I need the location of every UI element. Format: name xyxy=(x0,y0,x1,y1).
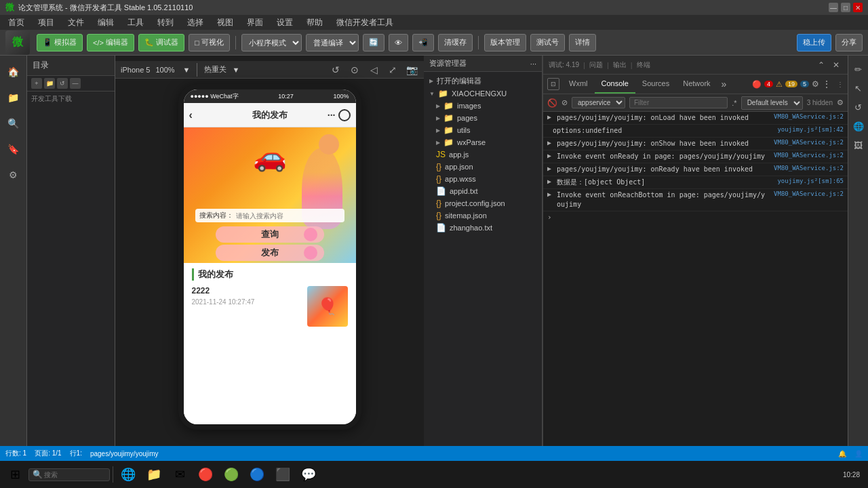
publish-btn[interactable]: 发布 xyxy=(216,245,324,261)
console-src-6[interactable]: VM80_WAService.js:2 xyxy=(774,190,844,197)
right-globe-icon[interactable]: 🌐 xyxy=(850,118,867,134)
devtools-expand-btn[interactable]: ⌃ xyxy=(815,59,827,71)
screenshot-btn[interactable]: 📷 xyxy=(405,63,418,77)
preview-eye-btn[interactable]: 👁 xyxy=(389,34,408,52)
row-expand-6[interactable]: ▶ xyxy=(547,190,551,198)
resource-more-icon[interactable]: ··· xyxy=(530,60,536,68)
minimize-button[interactable]: — xyxy=(829,3,838,12)
menu-interface[interactable]: 界面 xyxy=(244,16,266,30)
row-expand-3[interactable]: ▶ xyxy=(547,152,551,159)
sidebar-bookmark-icon[interactable]: 🔖 xyxy=(3,138,24,160)
phone-back-btn[interactable]: ‹ xyxy=(189,109,193,121)
console-src-0[interactable]: VM80_WAService.js:2 xyxy=(774,113,844,120)
version-mgr-btn[interactable]: 版本管理 xyxy=(484,34,526,52)
taskbar-wechat-icon[interactable]: 💬 xyxy=(296,462,321,487)
close-button[interactable]: ✕ xyxy=(853,3,863,12)
refresh-tree-btn[interactable]: ↺ xyxy=(57,78,68,89)
console-src-1[interactable]: youjimy.js²[sm]:42 xyxy=(777,126,844,133)
file-zhanghao[interactable]: 📄 zhanghao.txt xyxy=(424,222,542,234)
visualize-btn[interactable]: □ 可视化 xyxy=(189,34,230,52)
zoom-dropdown-icon[interactable]: ▼ xyxy=(183,66,191,74)
folder-wxparse[interactable]: ▶ 📁 wxParse xyxy=(424,136,542,148)
tab-more-btn[interactable]: » xyxy=(717,79,731,89)
sidebar-settings-icon[interactable]: ⚙ xyxy=(3,164,24,186)
query-btn[interactable]: 查询 xyxy=(216,226,324,243)
new-folder-btn[interactable]: 📁 xyxy=(44,78,55,89)
sidebar-search-icon[interactable]: 🔍 xyxy=(3,113,24,134)
console-more-icon[interactable]: ⋮ xyxy=(822,79,831,89)
share-btn[interactable]: 分享 xyxy=(835,34,863,52)
status-bell-icon[interactable]: 🔔 xyxy=(838,450,846,458)
collapse-tree-btn[interactable]: — xyxy=(70,78,81,89)
tab-console[interactable]: Console xyxy=(595,75,635,94)
regex-filter-btn[interactable]: .* xyxy=(732,99,736,107)
menu-tool[interactable]: 工具 xyxy=(125,16,146,30)
debugger-btn[interactable]: 🐛 调试器 xyxy=(138,34,184,52)
rotate-btn[interactable]: ↺ xyxy=(329,63,342,77)
console-src-3[interactable]: VM80_WAService.js:2 xyxy=(774,152,844,159)
file-app-js[interactable]: JS app.js xyxy=(424,148,542,161)
maximize-button[interactable]: □ xyxy=(841,3,850,12)
menu-edit[interactable]: 编辑 xyxy=(95,16,117,30)
project-root-item[interactable]: ▼ 📁 XIAOCHENGXU xyxy=(424,87,542,100)
back-sim-btn[interactable]: ◁ xyxy=(367,63,380,77)
hot-reload-dropdown-icon[interactable]: ▼ xyxy=(232,66,239,74)
folder-utils[interactable]: ▶ 📁 utils xyxy=(424,124,542,136)
sidebar-files-icon[interactable]: 📁 xyxy=(3,87,24,108)
console-kebab-icon[interactable]: ⋮ xyxy=(837,81,844,88)
row-expand-0[interactable]: ▶ xyxy=(547,113,551,121)
menu-file[interactable]: 文件 xyxy=(65,16,87,30)
right-pencil-icon[interactable]: ✏ xyxy=(850,61,867,77)
new-file-btn[interactable]: + xyxy=(31,78,42,89)
download-tool-link[interactable]: 开发工具下载 xyxy=(27,92,115,106)
menu-help[interactable]: 帮助 xyxy=(304,16,326,30)
taskbar-browser-icon[interactable]: 🌐 xyxy=(116,462,140,487)
testing-btn[interactable]: 测试号 xyxy=(530,34,565,52)
mode-select[interactable]: 小程序模式 xyxy=(241,34,302,52)
console-block-icon[interactable]: 🚫 xyxy=(547,98,557,108)
home-sim-btn[interactable]: ⊙ xyxy=(348,63,361,77)
folder-pages[interactable]: ▶ 📁 pages xyxy=(424,112,542,124)
devtools-inspect-btn[interactable]: ⊡ xyxy=(547,78,559,90)
default-levels-select[interactable]: Default levels xyxy=(741,96,803,110)
open-editors-item[interactable]: ▶ 打开的编辑器 xyxy=(424,75,542,87)
console-src-4[interactable]: VM80_WAService.js:2 xyxy=(774,165,844,171)
file-sitemap[interactable]: {} sitemap.json xyxy=(424,209,542,222)
taskbar-app2-icon[interactable]: 🟢 xyxy=(219,462,243,487)
devtools-close-btn[interactable]: ✕ xyxy=(830,59,842,71)
file-appid-txt[interactable]: 📄 appid.txt xyxy=(424,185,542,197)
tab-wxml[interactable]: Wxml xyxy=(562,75,595,94)
realtest-btn[interactable]: 📲 xyxy=(412,34,434,52)
phone-record-btn[interactable] xyxy=(338,109,351,121)
tab-network[interactable]: Network xyxy=(676,75,717,94)
row-expand-2[interactable]: ▶ xyxy=(547,139,551,146)
upload-btn[interactable]: 稳上传 xyxy=(797,34,831,52)
menu-settings[interactable]: 设置 xyxy=(274,16,296,30)
row-expand-5[interactable]: ▶ xyxy=(547,178,551,185)
detail-btn[interactable]: 详情 xyxy=(569,34,596,52)
phone-more-btn[interactable]: ··· xyxy=(328,110,336,121)
tab-sources[interactable]: Sources xyxy=(635,75,676,94)
refresh-btn[interactable]: 🔄 xyxy=(363,34,384,52)
menu-home[interactable]: 首页 xyxy=(5,16,27,30)
menu-wechat[interactable]: 微信开发者工具 xyxy=(334,16,396,30)
simulator-btn[interactable]: 📱 模拟器 xyxy=(37,34,83,52)
compile-select[interactable]: 普通编译 xyxy=(306,34,359,52)
right-cursor-icon[interactable]: ↖ xyxy=(850,80,867,96)
clear-btn[interactable]: 清缓存 xyxy=(438,34,473,52)
file-app-wxss[interactable]: {} app.wxss xyxy=(424,173,542,185)
console-settings-icon[interactable]: ⚙ xyxy=(812,79,819,89)
menu-view[interactable]: 视图 xyxy=(214,16,236,30)
status-user-icon[interactable]: 👤 xyxy=(854,450,863,458)
console-src-2[interactable]: VM80_WAService.js:2 xyxy=(774,139,844,146)
start-btn[interactable]: ⊞ xyxy=(3,462,27,487)
taskbar-terminal-icon[interactable]: ⬛ xyxy=(271,462,295,487)
appservice-select[interactable]: appservice xyxy=(572,97,625,108)
file-project-config[interactable]: {} project.config.json xyxy=(424,197,542,209)
settings-console-icon[interactable]: ⚙ xyxy=(837,98,844,107)
console-src-5[interactable]: youjimy.js²[sm]:65 xyxy=(777,178,844,184)
taskbar-app1-icon[interactable]: 🔴 xyxy=(193,462,218,487)
taskbar-folder-icon[interactable]: 📁 xyxy=(142,462,166,487)
menu-project[interactable]: 项目 xyxy=(35,16,57,30)
fullscreen-sim-btn[interactable]: ⤢ xyxy=(386,63,399,77)
